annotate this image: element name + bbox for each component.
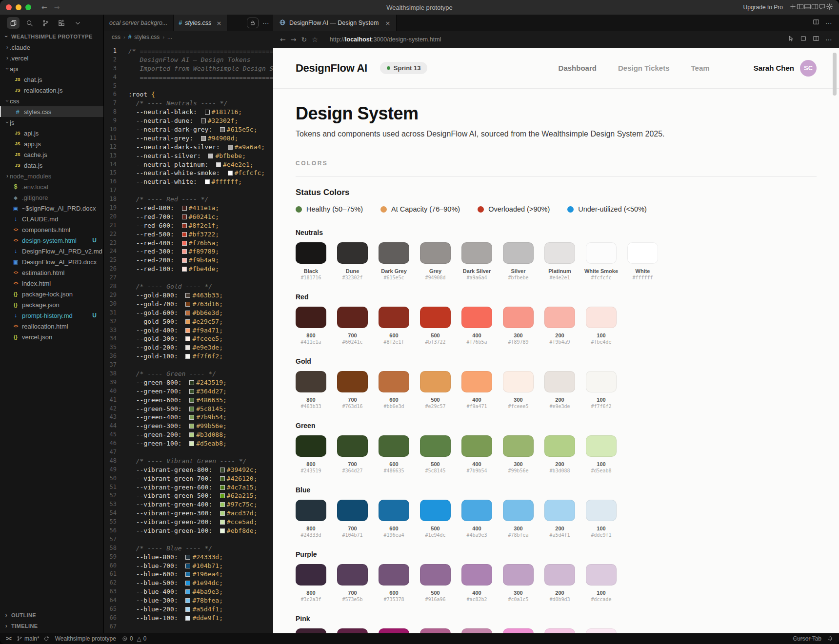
inline-color-swatch[interactable] (185, 336, 190, 341)
minimize-window-button[interactable] (16, 4, 21, 10)
inline-color-swatch[interactable] (185, 572, 190, 577)
sync-icon[interactable] (43, 636, 49, 642)
inline-color-swatch[interactable] (185, 598, 190, 603)
inline-color-swatch[interactable] (185, 354, 190, 359)
close-tab-icon[interactable]: × (385, 20, 390, 27)
inline-color-swatch[interactable] (185, 564, 190, 568)
cursor-tab-toggle[interactable]: Cursor Tab (793, 635, 821, 642)
browser-forward-icon[interactable]: → (291, 36, 297, 43)
search-icon[interactable] (23, 17, 36, 29)
inline-color-swatch[interactable] (189, 441, 194, 446)
url-field[interactable]: http://localhost:3000/design-system.html (330, 36, 441, 43)
git-branch-indicator[interactable]: main* (17, 635, 49, 642)
device-frame-icon[interactable] (800, 35, 807, 44)
editor-more-icon[interactable]: ⋯ (262, 19, 269, 27)
sidebar-panel-outline[interactable]: ›OUTLINE (0, 610, 103, 621)
zoom-window-button[interactable] (25, 4, 31, 10)
inline-color-swatch[interactable] (220, 485, 225, 490)
chat-icon[interactable] (819, 3, 826, 10)
inline-color-swatch[interactable] (185, 302, 190, 307)
gear-icon[interactable] (826, 3, 833, 10)
inline-color-swatch[interactable] (185, 616, 190, 621)
file-tree-item[interactable]: ↓prompt-history.mdU (0, 310, 103, 321)
browser-more-icon[interactable]: ⋯ (825, 36, 832, 43)
panel-bottom-icon[interactable] (804, 3, 811, 10)
problems-indicator[interactable]: 0 △ 0 (122, 635, 147, 642)
inline-color-swatch[interactable] (220, 127, 225, 132)
inline-color-swatch[interactable] (205, 179, 210, 184)
inline-color-swatch[interactable] (220, 520, 225, 525)
folder-tree-item[interactable]: ›js (0, 117, 103, 128)
file-tree-item[interactable]: {}package.json (0, 299, 103, 310)
editor-tab[interactable]: #styles.css× (174, 15, 228, 31)
file-tree-item[interactable]: <>index.html (0, 278, 103, 289)
inline-color-swatch[interactable] (182, 232, 187, 237)
browser-tab[interactable]: DesignFlow AI — Design System × (273, 15, 397, 31)
inline-color-swatch[interactable] (182, 241, 187, 246)
inline-color-swatch[interactable] (182, 249, 187, 254)
inline-color-swatch[interactable] (185, 319, 190, 324)
notifications-bell-icon[interactable] (827, 636, 833, 642)
file-tree-item[interactable]: JSapp.js (0, 138, 103, 149)
inline-color-swatch[interactable] (189, 380, 194, 385)
inline-color-swatch[interactable] (201, 118, 206, 123)
file-tree-item[interactable]: $.env.local (0, 181, 103, 192)
split-editor-icon[interactable] (813, 19, 819, 27)
file-tree-item[interactable]: {}vercel.json (0, 332, 103, 342)
file-tree-item[interactable]: ↓CLAUDE.md (0, 214, 103, 224)
project-header[interactable]: › WEALTHSIMPLE PROTOTYPE (0, 31, 103, 42)
inline-color-swatch[interactable] (189, 389, 194, 394)
upgrade-pro-button[interactable]: Upgrade to Pro (743, 4, 783, 11)
file-tree-item[interactable]: JSdata.js (0, 160, 103, 171)
code-editor[interactable]: 1/* ====================================… (104, 43, 273, 633)
inline-color-swatch[interactable] (220, 528, 225, 533)
file-tree-item[interactable]: <>components.html (0, 224, 103, 235)
file-tree-item[interactable]: ▣DesignFlow_AI_PRD.docx (0, 256, 103, 267)
sidebar-panel-timeline[interactable]: ›TIMELINE (0, 621, 103, 631)
folder-tree-item[interactable]: ›.vercel (0, 53, 103, 63)
inline-color-swatch[interactable] (182, 258, 187, 263)
inline-color-swatch[interactable] (182, 215, 187, 219)
inline-color-swatch[interactable] (182, 206, 187, 211)
inline-color-swatch[interactable] (216, 162, 221, 167)
breadcrumb-item[interactable]: styles.css (134, 34, 160, 40)
inspect-pointer-icon[interactable] (787, 35, 794, 44)
history-back-icon[interactable]: ← (41, 3, 47, 11)
inline-color-swatch[interactable] (208, 154, 213, 158)
inline-color-swatch[interactable] (205, 110, 210, 115)
inline-color-swatch[interactable] (185, 607, 190, 612)
files-icon[interactable] (7, 17, 20, 29)
breadcrumb[interactable]: css›#styles.css›... (104, 31, 273, 43)
inline-color-swatch[interactable] (220, 468, 225, 472)
split-view-icon[interactable] (813, 35, 819, 44)
file-tree-item[interactable]: <>reallocation.html (0, 321, 103, 332)
inline-color-swatch[interactable] (189, 398, 194, 403)
browser-back-icon[interactable]: ← (280, 36, 286, 43)
extensions-icon[interactable] (55, 17, 68, 29)
inline-color-swatch[interactable] (189, 415, 194, 420)
inline-color-swatch[interactable] (185, 345, 190, 350)
avatar[interactable]: SC (800, 60, 817, 77)
inline-color-swatch[interactable] (189, 424, 194, 429)
more-actions-icon[interactable]: ⋯ (825, 19, 832, 27)
file-tree-item[interactable]: JSchat.js (0, 74, 103, 85)
folder-tree-item[interactable]: ›.claude (0, 42, 103, 53)
page-scrollbar[interactable] (833, 53, 837, 96)
user-menu[interactable]: Sarah Chen SC (754, 60, 817, 77)
lock-editor-icon[interactable] (247, 18, 259, 28)
inline-color-swatch[interactable] (182, 267, 187, 272)
file-tree-item[interactable]: <>estimation.html (0, 267, 103, 278)
breadcrumb-item[interactable]: css (112, 34, 120, 40)
folder-tree-item[interactable]: ›node_modules (0, 171, 103, 181)
inline-color-swatch[interactable] (185, 581, 190, 585)
close-window-button[interactable] (6, 4, 12, 10)
inline-color-swatch[interactable] (189, 432, 194, 437)
inline-color-swatch[interactable] (220, 511, 225, 516)
inline-color-swatch[interactable] (185, 589, 190, 594)
file-tree-item[interactable]: ↓DesignFlow_AI_PRD_v2.md (0, 246, 103, 256)
file-tree-item[interactable]: JScache.js (0, 149, 103, 160)
inline-color-swatch[interactable] (185, 328, 190, 333)
nav-link-design-tickets[interactable]: Design Tickets (618, 64, 670, 72)
nav-link-team[interactable]: Team (691, 64, 710, 72)
plus-icon[interactable] (789, 3, 797, 10)
